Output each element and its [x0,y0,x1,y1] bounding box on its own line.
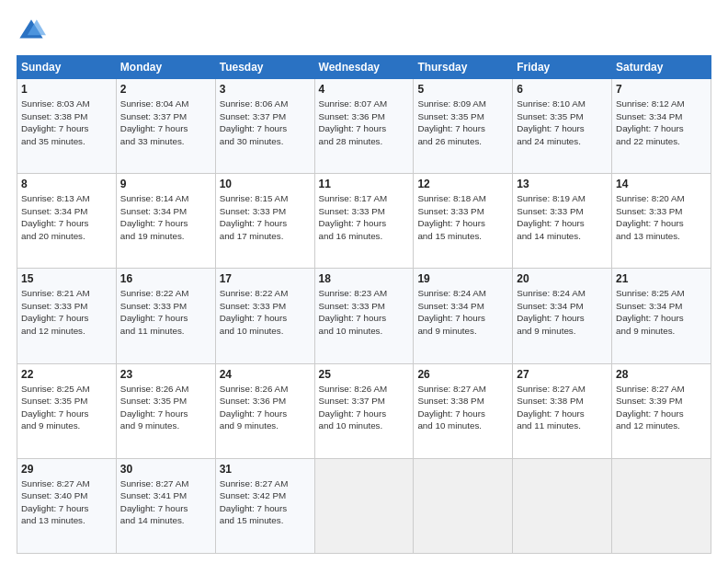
calendar-day-cell: 18Sunrise: 8:23 AM Sunset: 3:33 PM Dayli… [314,269,414,363]
calendar-day-cell: 20Sunrise: 8:24 AM Sunset: 3:34 PM Dayli… [513,269,612,363]
calendar-table: SundayMondayTuesdayWednesdayThursdayFrid… [17,55,711,554]
day-number: 18 [319,272,410,285]
calendar-day-cell: 21Sunrise: 8:25 AM Sunset: 3:34 PM Dayli… [612,269,711,363]
day-info: Sunrise: 8:23 AM Sunset: 3:33 PM Dayligh… [319,288,388,336]
day-number: 1 [21,83,112,96]
column-header-saturday: Saturday [612,56,711,79]
day-info: Sunrise: 8:17 AM Sunset: 3:33 PM Dayligh… [319,193,388,241]
calendar-day-cell: 19Sunrise: 8:24 AM Sunset: 3:34 PM Dayli… [414,269,513,363]
calendar-day-cell [612,458,711,553]
day-info: Sunrise: 8:13 AM Sunset: 3:34 PM Dayligh… [21,193,90,241]
calendar-day-cell: 11Sunrise: 8:17 AM Sunset: 3:33 PM Dayli… [314,174,414,269]
day-number: 12 [417,178,508,190]
day-number: 27 [517,368,608,381]
day-number: 19 [417,272,508,285]
day-number: 22 [21,368,112,381]
day-number: 8 [21,178,112,190]
calendar-day-cell: 8Sunrise: 8:13 AM Sunset: 3:34 PM Daylig… [17,174,117,269]
column-header-tuesday: Tuesday [215,56,314,79]
calendar-day-cell [314,458,414,553]
day-number: 15 [21,272,112,285]
column-header-monday: Monday [116,56,215,79]
calendar-day-cell: 26Sunrise: 8:27 AM Sunset: 3:38 PM Dayli… [414,363,513,458]
day-info: Sunrise: 8:27 AM Sunset: 3:39 PM Dayligh… [616,384,685,431]
calendar-day-cell: 3Sunrise: 8:06 AM Sunset: 3:37 PM Daylig… [215,79,314,174]
calendar-day-cell: 16Sunrise: 8:22 AM Sunset: 3:33 PM Dayli… [116,269,215,363]
day-info: Sunrise: 8:21 AM Sunset: 3:33 PM Dayligh… [21,288,90,336]
day-info: Sunrise: 8:09 AM Sunset: 3:35 PM Dayligh… [417,98,486,146]
calendar-week-row: 29Sunrise: 8:27 AM Sunset: 3:40 PM Dayli… [17,458,711,553]
day-number: 20 [517,272,608,285]
day-number: 17 [220,272,311,285]
day-info: Sunrise: 8:27 AM Sunset: 3:38 PM Dayligh… [517,384,586,431]
logo [17,17,50,46]
day-info: Sunrise: 8:12 AM Sunset: 3:34 PM Dayligh… [616,98,685,146]
day-number: 5 [417,83,508,96]
calendar-day-cell: 29Sunrise: 8:27 AM Sunset: 3:40 PM Dayli… [17,458,117,553]
day-info: Sunrise: 8:27 AM Sunset: 3:38 PM Dayligh… [417,384,486,431]
calendar-day-cell: 9Sunrise: 8:14 AM Sunset: 3:34 PM Daylig… [116,174,215,269]
day-info: Sunrise: 8:07 AM Sunset: 3:36 PM Dayligh… [319,98,388,146]
day-number: 25 [319,368,410,381]
column-header-thursday: Thursday [414,56,513,79]
day-number: 21 [616,272,707,285]
day-info: Sunrise: 8:24 AM Sunset: 3:34 PM Dayligh… [517,288,586,336]
calendar-day-cell: 30Sunrise: 8:27 AM Sunset: 3:41 PM Dayli… [116,458,215,553]
calendar-day-cell: 28Sunrise: 8:27 AM Sunset: 3:39 PM Dayli… [612,363,711,458]
calendar-day-cell: 14Sunrise: 8:20 AM Sunset: 3:33 PM Dayli… [612,174,711,269]
day-info: Sunrise: 8:18 AM Sunset: 3:33 PM Dayligh… [417,193,486,241]
day-info: Sunrise: 8:04 AM Sunset: 3:37 PM Dayligh… [120,98,189,146]
day-info: Sunrise: 8:22 AM Sunset: 3:33 PM Dayligh… [220,288,289,336]
day-info: Sunrise: 8:22 AM Sunset: 3:33 PM Dayligh… [120,288,189,336]
calendar-day-cell [414,458,513,553]
day-number: 3 [220,83,311,96]
day-info: Sunrise: 8:20 AM Sunset: 3:33 PM Dayligh… [616,193,685,241]
day-info: Sunrise: 8:19 AM Sunset: 3:33 PM Dayligh… [517,193,586,241]
calendar-week-row: 1Sunrise: 8:03 AM Sunset: 3:38 PM Daylig… [17,79,711,174]
calendar-week-row: 15Sunrise: 8:21 AM Sunset: 3:33 PM Dayli… [17,269,711,363]
calendar-week-row: 22Sunrise: 8:25 AM Sunset: 3:35 PM Dayli… [17,363,711,458]
day-number: 30 [120,463,211,476]
calendar-day-cell: 25Sunrise: 8:26 AM Sunset: 3:37 PM Dayli… [314,363,414,458]
day-info: Sunrise: 8:15 AM Sunset: 3:33 PM Dayligh… [220,193,289,241]
calendar-day-cell: 5Sunrise: 8:09 AM Sunset: 3:35 PM Daylig… [414,79,513,174]
day-info: Sunrise: 8:26 AM Sunset: 3:35 PM Dayligh… [120,384,189,431]
day-number: 16 [120,272,211,285]
calendar-day-cell: 22Sunrise: 8:25 AM Sunset: 3:35 PM Dayli… [17,363,117,458]
calendar-header-row: SundayMondayTuesdayWednesdayThursdayFrid… [17,56,711,79]
day-number: 28 [616,368,707,381]
day-info: Sunrise: 8:26 AM Sunset: 3:37 PM Dayligh… [319,384,388,431]
day-info: Sunrise: 8:24 AM Sunset: 3:34 PM Dayligh… [417,288,486,336]
day-info: Sunrise: 8:06 AM Sunset: 3:37 PM Dayligh… [220,98,289,146]
calendar-week-row: 8Sunrise: 8:13 AM Sunset: 3:34 PM Daylig… [17,174,711,269]
page-header [17,17,711,46]
calendar-day-cell [513,458,612,553]
day-info: Sunrise: 8:27 AM Sunset: 3:40 PM Dayligh… [21,478,90,526]
logo-icon [17,17,46,46]
column-header-wednesday: Wednesday [314,56,414,79]
day-number: 10 [220,178,311,190]
calendar-day-cell: 17Sunrise: 8:22 AM Sunset: 3:33 PM Dayli… [215,269,314,363]
day-info: Sunrise: 8:27 AM Sunset: 3:41 PM Dayligh… [120,478,189,526]
day-number: 26 [417,368,508,381]
day-number: 23 [120,368,211,381]
day-number: 6 [517,83,608,96]
day-info: Sunrise: 8:14 AM Sunset: 3:34 PM Dayligh… [120,193,189,241]
calendar-day-cell: 23Sunrise: 8:26 AM Sunset: 3:35 PM Dayli… [116,363,215,458]
calendar-day-cell: 2Sunrise: 8:04 AM Sunset: 3:37 PM Daylig… [116,79,215,174]
calendar-day-cell: 1Sunrise: 8:03 AM Sunset: 3:38 PM Daylig… [17,79,117,174]
calendar-day-cell: 24Sunrise: 8:26 AM Sunset: 3:36 PM Dayli… [215,363,314,458]
day-info: Sunrise: 8:03 AM Sunset: 3:38 PM Dayligh… [21,98,90,146]
day-info: Sunrise: 8:25 AM Sunset: 3:34 PM Dayligh… [616,288,685,336]
calendar-day-cell: 7Sunrise: 8:12 AM Sunset: 3:34 PM Daylig… [612,79,711,174]
calendar-day-cell: 15Sunrise: 8:21 AM Sunset: 3:33 PM Dayli… [17,269,117,363]
calendar-day-cell: 27Sunrise: 8:27 AM Sunset: 3:38 PM Dayli… [513,363,612,458]
day-number: 13 [517,178,608,190]
day-number: 4 [319,83,410,96]
day-number: 7 [616,83,707,96]
day-number: 29 [21,463,112,476]
day-number: 31 [220,463,311,476]
day-number: 11 [319,178,410,190]
day-info: Sunrise: 8:26 AM Sunset: 3:36 PM Dayligh… [220,384,289,431]
column-header-friday: Friday [513,56,612,79]
